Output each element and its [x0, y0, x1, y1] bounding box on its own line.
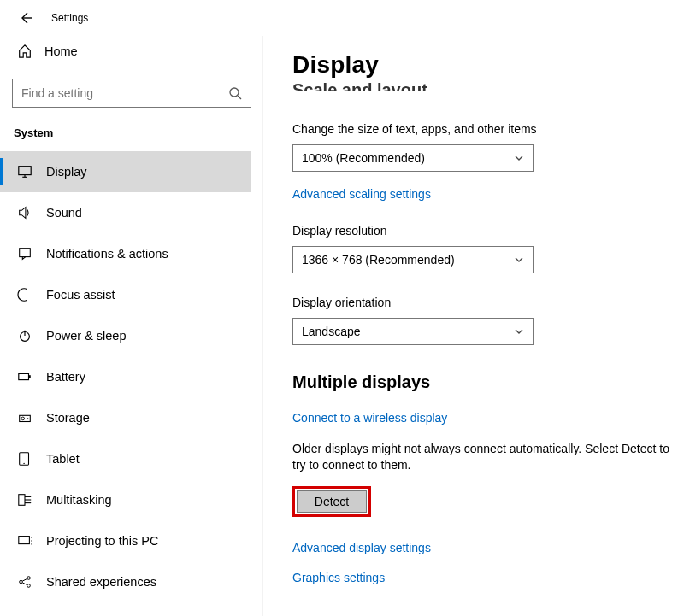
display-icon: [15, 164, 34, 179]
sidebar: Home System Display Sound Notifications …: [0, 36, 263, 616]
sidebar-item-label: Projecting to this PC: [46, 534, 158, 548]
sidebar-item-storage[interactable]: Storage: [0, 397, 251, 438]
orientation-select[interactable]: Landscape: [292, 318, 534, 345]
sidebar-item-label: Storage: [46, 411, 90, 425]
main-content: Display Scale and layout Change the size…: [263, 36, 678, 616]
sidebar-item-display[interactable]: Display: [0, 151, 251, 192]
svg-rect-5: [20, 249, 31, 257]
svg-line-23: [22, 578, 27, 581]
svg-rect-8: [19, 373, 29, 379]
sidebar-item-projecting[interactable]: Projecting to this PC: [0, 520, 251, 561]
svg-point-0: [230, 88, 239, 97]
resolution-value: 1366 × 768 (Recommended): [302, 253, 455, 267]
battery-icon: [15, 369, 34, 384]
svg-point-20: [20, 580, 23, 584]
sidebar-item-label: Tablet: [46, 452, 80, 466]
category-label: System: [14, 126, 251, 139]
svg-point-12: [27, 418, 28, 419]
chevron-down-icon: [514, 326, 524, 337]
resolution-select[interactable]: 1366 × 768 (Recommended): [292, 246, 534, 273]
detect-button[interactable]: Detect: [297, 490, 367, 513]
advanced-display-link[interactable]: Advanced display settings: [292, 541, 431, 554]
resolution-label: Display resolution: [292, 224, 678, 238]
orientation-value: Landscape: [302, 325, 361, 338]
sidebar-item-label: Notifications & actions: [46, 247, 168, 261]
multi-displays-title: Multiple displays: [292, 373, 678, 392]
shared-icon: [15, 574, 34, 590]
nav-list: Display Sound Notifications & actions Fo…: [0, 151, 251, 602]
sidebar-item-power-sleep[interactable]: Power & sleep: [0, 315, 251, 356]
svg-point-21: [27, 577, 31, 580]
svg-point-14: [23, 463, 24, 464]
sidebar-item-label: Focus assist: [46, 288, 115, 302]
sidebar-item-label: Shared experiences: [46, 575, 156, 589]
sidebar-item-battery[interactable]: Battery: [0, 356, 251, 397]
sidebar-item-notifications[interactable]: Notifications & actions: [0, 233, 251, 274]
svg-line-1: [238, 96, 241, 99]
page-title: Display: [292, 51, 678, 79]
search-icon: [228, 86, 242, 100]
chevron-down-icon: [514, 153, 524, 163]
sidebar-item-focus-assist[interactable]: Focus assist: [0, 274, 251, 315]
search-input-container[interactable]: [12, 79, 251, 108]
svg-rect-2: [19, 167, 31, 175]
storage-icon: [15, 410, 34, 425]
home-button[interactable]: Home: [12, 36, 251, 67]
multitasking-icon: [15, 492, 34, 507]
projecting-icon: [15, 533, 34, 549]
svg-line-24: [22, 583, 27, 585]
sound-icon: [15, 205, 34, 220]
notifications-icon: [15, 246, 34, 261]
search-input[interactable]: [21, 86, 228, 100]
home-icon: [15, 44, 34, 59]
wireless-display-link[interactable]: Connect to a wireless display: [292, 411, 447, 425]
section-scale-title: Scale and layout: [292, 80, 678, 100]
detect-description: Older displays might not always connect …: [292, 441, 670, 474]
sidebar-item-tablet[interactable]: Tablet: [0, 438, 251, 479]
window-title: Settings: [51, 12, 88, 24]
tablet-icon: [15, 451, 34, 466]
sidebar-item-label: Display: [46, 165, 87, 179]
power-icon: [15, 328, 34, 343]
sidebar-item-shared[interactable]: Shared experiences: [0, 561, 251, 602]
sidebar-item-multitasking[interactable]: Multitasking: [0, 479, 251, 520]
svg-rect-9: [29, 375, 31, 378]
sidebar-item-label: Multitasking: [46, 493, 112, 507]
sidebar-item-label: Sound: [46, 206, 82, 220]
scale-value: 100% (Recommended): [302, 151, 425, 165]
svg-point-22: [27, 584, 31, 588]
sidebar-item-label: Power & sleep: [46, 329, 127, 343]
orientation-label: Display orientation: [292, 296, 678, 309]
focus-icon: [15, 287, 34, 302]
home-label: Home: [44, 44, 78, 58]
sidebar-item-sound[interactable]: Sound: [0, 192, 251, 233]
sidebar-item-label: Battery: [46, 370, 85, 384]
back-button[interactable]: [15, 8, 36, 28]
svg-rect-19: [19, 537, 30, 544]
svg-point-11: [21, 417, 25, 420]
scale-select[interactable]: 100% (Recommended): [292, 144, 534, 172]
svg-rect-15: [19, 495, 25, 506]
detect-button-highlight: Detect: [292, 486, 371, 517]
scale-label: Change the size of text, apps, and other…: [292, 122, 678, 136]
arrow-left-icon: [19, 11, 32, 25]
graphics-settings-link[interactable]: Graphics settings: [292, 571, 385, 584]
chevron-down-icon: [514, 255, 524, 265]
advanced-scaling-link[interactable]: Advanced scaling settings: [292, 187, 431, 201]
